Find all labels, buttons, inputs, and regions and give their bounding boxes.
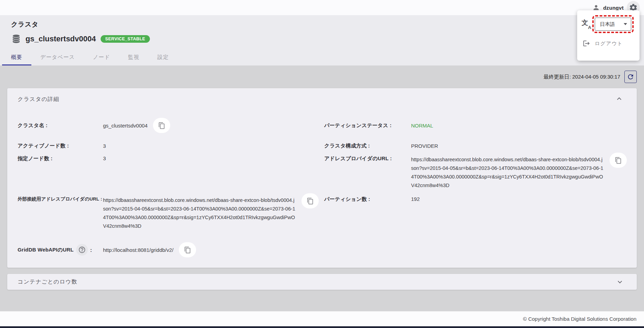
- cluster-config-value: PROVIDER: [411, 143, 626, 149]
- username-label: dzungvt: [603, 5, 624, 11]
- address-provider-url-label: アドレスプロバイダのURL :: [324, 155, 411, 162]
- language-select-value: 日本語: [600, 21, 615, 28]
- user-settings-menu: 文 A 日本語 ログアウト: [577, 10, 640, 61]
- details-panel-title: クラスタの詳細: [18, 96, 626, 103]
- translate-icon: 文 A: [582, 19, 591, 29]
- cluster-details-panel: クラスタの詳細 クラスタ名 : gs_clustertsdv0004 パーティシ…: [7, 88, 637, 268]
- cluster-name: gs_clustertsdv0004: [25, 34, 96, 43]
- field-row: 指定ノード数 : 3 アドレスプロバイダのURL : https://dbaas…: [18, 155, 626, 196]
- copy-icon: [615, 157, 622, 164]
- tab-monitoring[interactable]: 監視: [119, 50, 149, 65]
- webapi-url-label-colon: :: [90, 247, 92, 253]
- refresh-button[interactable]: [624, 71, 637, 83]
- partition-status-value: NORMAL: [411, 123, 626, 129]
- cluster-name-field-value: gs_clustertsdv0004: [103, 123, 147, 129]
- copy-address-provider-url-button[interactable]: [610, 153, 627, 168]
- designated-nodes-label: 指定ノード数 :: [18, 155, 103, 162]
- language-select[interactable]: 日本語: [595, 18, 631, 31]
- field-row: アクティブノード数 : 3 クラスタ構成方式 : PROVIDER: [18, 136, 626, 155]
- field-row: GridDB WebAPIのURL : http://localhost:808…: [18, 241, 626, 259]
- copy-icon: [307, 197, 314, 205]
- details-fields: クラスタ名 : gs_clustertsdv0004 パーティションステータス …: [18, 115, 626, 259]
- status-badge: SERVICE_STABLE: [101, 35, 150, 43]
- copy-icon: [184, 246, 191, 254]
- help-icon: [78, 246, 86, 254]
- expand-panel-button[interactable]: [615, 277, 625, 287]
- active-nodes-label: アクティブノード数 :: [18, 143, 103, 149]
- webapi-help-button[interactable]: [76, 244, 88, 256]
- copy-webapi-url-button[interactable]: [179, 242, 196, 257]
- language-row: 文 A 日本語: [582, 15, 636, 33]
- chevron-up-icon: [615, 95, 623, 103]
- copyright-text: © Copyright Toshiba Digital Solutions Co…: [523, 316, 636, 322]
- window-bottom-edge: [0, 326, 644, 328]
- page-header: クラスタ gs_clustertsdv0004 SERVICE_STABLE 概…: [0, 15, 644, 65]
- field-row: 外部接続用アドレスプロバイダのURL : https://dbaassharee…: [18, 196, 626, 241]
- refresh-icon: [627, 73, 634, 81]
- cluster-config-label: クラスタ構成方式 :: [324, 143, 411, 149]
- rows-panel-title: コンテナごとのロウ数: [18, 278, 77, 286]
- webapi-url-label: GridDB WebAPIのURL: [18, 247, 74, 253]
- database-icon: [11, 34, 21, 44]
- translate-icon-zh: 文: [582, 18, 588, 27]
- partition-count-label: パーティション数 :: [324, 196, 411, 203]
- refresh-row: 最終更新日: 2024-04-05 09:30:17: [7, 65, 637, 88]
- logout-menu-item[interactable]: ログアウト: [582, 40, 636, 47]
- annotation-highlight: 日本語: [592, 15, 634, 33]
- tab-node[interactable]: ノード: [84, 50, 119, 65]
- external-address-provider-url-label: 外部接続用アドレスプロバイダのURL :: [18, 196, 103, 202]
- copy-icon: [158, 122, 165, 129]
- designated-nodes-value: 3: [103, 155, 324, 161]
- partition-count-value: 192: [411, 196, 626, 202]
- address-provider-url-value: https://dbaasshareextconst.blob.core.win…: [411, 155, 604, 190]
- cluster-title-row: gs_clustertsdv0004 SERVICE_STABLE: [11, 34, 644, 44]
- footer: © Copyright Toshiba Digital Solutions Co…: [0, 311, 644, 326]
- last-updated-label: 最終更新日: 2024-04-05 09:30:17: [543, 74, 620, 80]
- tab-database[interactable]: データベース: [31, 50, 84, 65]
- external-address-provider-url-value: https://dbaasshareextconst.blob.core.win…: [103, 196, 296, 230]
- container-rows-panel[interactable]: コンテナごとのロウ数: [7, 274, 637, 290]
- translate-icon-lat: A: [588, 25, 591, 30]
- top-app-bar: dzungvt: [0, 0, 644, 15]
- chevron-down-icon: [624, 23, 627, 25]
- main-content: 最終更新日: 2024-04-05 09:30:17 クラスタの詳細 クラスタ名…: [0, 65, 644, 311]
- page-title: クラスタ: [11, 20, 644, 29]
- chevron-down-icon: [616, 278, 624, 286]
- tab-overview[interactable]: 概要: [2, 50, 31, 65]
- webapi-url-value: http://localhost:8081/griddb/v2/: [103, 247, 173, 253]
- collapse-panel-button[interactable]: [614, 94, 624, 104]
- tab-bar: 概要 データベース ノード 監視 設定: [2, 50, 644, 65]
- copy-cluster-name-button[interactable]: [153, 118, 170, 133]
- field-row: クラスタ名 : gs_clustertsdv0004 パーティションステータス …: [18, 115, 626, 136]
- cluster-name-field-label: クラスタ名 :: [18, 122, 103, 129]
- active-nodes-value: 3: [103, 143, 324, 149]
- copy-external-address-provider-url-button[interactable]: [301, 193, 319, 208]
- tab-settings[interactable]: 設定: [149, 50, 178, 65]
- logout-icon: [583, 40, 590, 47]
- partition-status-label: パーティションステータス :: [324, 122, 411, 129]
- logout-label: ログアウト: [595, 40, 623, 47]
